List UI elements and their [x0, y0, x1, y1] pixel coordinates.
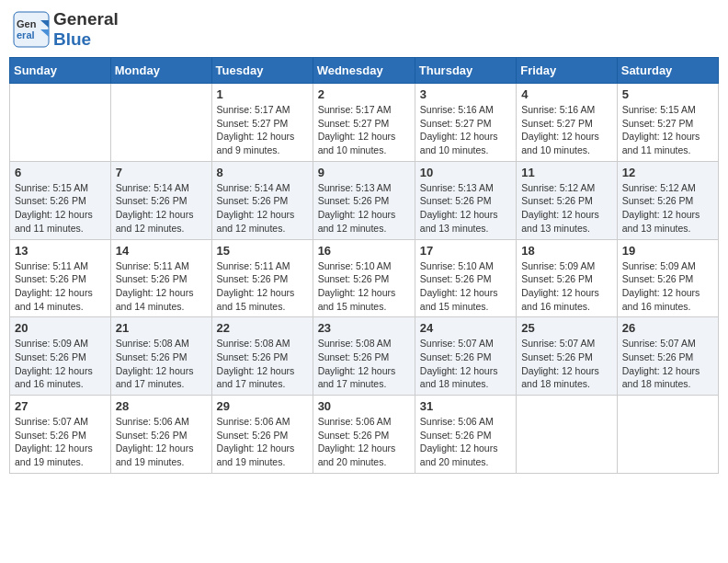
logo-blue: Blue	[53, 29, 91, 49]
day-number: 19	[622, 244, 713, 258]
daylight: Daylight: 12 hours and 13 minutes.	[420, 209, 498, 234]
sunrise: Sunrise: 5:06 AM	[217, 416, 290, 427]
day-number: 8	[217, 166, 308, 179]
sunrise: Sunrise: 5:08 AM	[217, 338, 290, 349]
day-info: Sunrise: 5:09 AM Sunset: 5:26 PM Dayligh…	[521, 259, 612, 314]
day-number: 3	[420, 87, 511, 101]
calendar-weekday-friday: Friday	[517, 58, 618, 84]
daylight: Daylight: 12 hours and 10 minutes.	[318, 131, 396, 155]
calendar-cell: 5 Sunrise: 5:15 AM Sunset: 5:27 PM Dayli…	[617, 84, 718, 162]
day-number: 21	[116, 321, 207, 335]
daylight: Daylight: 12 hours and 11 minutes.	[15, 209, 93, 234]
daylight: Daylight: 12 hours and 19 minutes.	[217, 442, 295, 467]
daylight: Daylight: 12 hours and 14 minutes.	[15, 287, 93, 312]
day-info: Sunrise: 5:15 AM Sunset: 5:26 PM Dayligh…	[15, 181, 106, 236]
calendar-cell: 24 Sunrise: 5:07 AM Sunset: 5:26 PM Dayl…	[415, 317, 516, 396]
logo-graphic: Gen eral	[13, 11, 50, 48]
day-number: 13	[15, 244, 106, 258]
calendar-cell: 1 Sunrise: 5:17 AM Sunset: 5:27 PM Dayli…	[211, 84, 313, 162]
day-number: 4	[521, 87, 612, 101]
daylight: Daylight: 12 hours and 9 minutes.	[217, 131, 295, 155]
sunrise: Sunrise: 5:07 AM	[15, 416, 88, 427]
sunset: Sunset: 5:26 PM	[622, 351, 694, 362]
daylight: Daylight: 12 hours and 19 minutes.	[15, 442, 93, 467]
day-number: 12	[622, 166, 713, 179]
calendar-week-row: 27 Sunrise: 5:07 AM Sunset: 5:26 PM Dayl…	[10, 396, 719, 474]
sunrise: Sunrise: 5:07 AM	[622, 338, 696, 349]
daylight: Daylight: 12 hours and 17 minutes.	[217, 365, 295, 390]
sunset: Sunset: 5:26 PM	[217, 273, 289, 284]
calendar-cell: 12 Sunrise: 5:12 AM Sunset: 5:26 PM Dayl…	[617, 161, 718, 239]
sunset: Sunset: 5:26 PM	[318, 195, 390, 206]
daylight: Daylight: 12 hours and 15 minutes.	[217, 287, 295, 312]
calendar-cell: 4 Sunrise: 5:16 AM Sunset: 5:27 PM Dayli…	[517, 84, 618, 162]
sunset: Sunset: 5:26 PM	[15, 430, 86, 441]
sunset: Sunset: 5:26 PM	[217, 351, 289, 362]
sunrise: Sunrise: 5:15 AM	[15, 182, 88, 193]
calendar-header-row: SundayMondayTuesdayWednesdayThursdayFrid…	[10, 58, 719, 84]
sunset: Sunset: 5:27 PM	[217, 118, 289, 129]
sunrise: Sunrise: 5:08 AM	[318, 338, 392, 349]
daylight: Daylight: 12 hours and 12 minutes.	[217, 209, 295, 234]
day-info: Sunrise: 5:06 AM Sunset: 5:26 PM Dayligh…	[420, 415, 511, 469]
sunset: Sunset: 5:26 PM	[521, 195, 593, 206]
calendar-cell: 30 Sunrise: 5:06 AM Sunset: 5:26 PM Dayl…	[313, 396, 415, 474]
sunset: Sunset: 5:26 PM	[420, 273, 492, 284]
day-number: 18	[521, 244, 612, 258]
calendar-cell: 7 Sunrise: 5:14 AM Sunset: 5:26 PM Dayli…	[110, 161, 211, 239]
day-number: 11	[521, 166, 612, 179]
daylight: Daylight: 12 hours and 12 minutes.	[116, 209, 194, 234]
sunset: Sunset: 5:26 PM	[420, 351, 492, 362]
page-header: Gen eral General Blue	[9, 9, 719, 50]
calendar-cell: 31 Sunrise: 5:06 AM Sunset: 5:26 PM Dayl…	[415, 396, 516, 474]
sunset: Sunset: 5:26 PM	[15, 273, 86, 284]
day-number: 26	[622, 321, 713, 335]
day-number: 6	[15, 166, 106, 179]
calendar-cell	[110, 84, 211, 162]
calendar-week-row: 6 Sunrise: 5:15 AM Sunset: 5:26 PM Dayli…	[10, 161, 719, 239]
sunrise: Sunrise: 5:07 AM	[521, 338, 595, 349]
day-number: 2	[318, 87, 410, 101]
calendar-cell: 18 Sunrise: 5:09 AM Sunset: 5:26 PM Dayl…	[517, 239, 618, 317]
sunrise: Sunrise: 5:09 AM	[521, 260, 595, 271]
sunset: Sunset: 5:26 PM	[116, 430, 188, 441]
day-number: 17	[420, 244, 511, 258]
sunset: Sunset: 5:26 PM	[318, 273, 390, 284]
sunrise: Sunrise: 5:07 AM	[420, 338, 494, 349]
svg-text:Gen: Gen	[17, 18, 37, 29]
sunset: Sunset: 5:26 PM	[420, 430, 492, 441]
calendar-cell: 2 Sunrise: 5:17 AM Sunset: 5:27 PM Dayli…	[313, 84, 415, 162]
day-info: Sunrise: 5:08 AM Sunset: 5:26 PM Dayligh…	[217, 337, 308, 391]
day-info: Sunrise: 5:10 AM Sunset: 5:26 PM Dayligh…	[318, 259, 410, 314]
day-info: Sunrise: 5:12 AM Sunset: 5:26 PM Dayligh…	[622, 181, 713, 236]
day-info: Sunrise: 5:07 AM Sunset: 5:26 PM Dayligh…	[420, 337, 511, 391]
sunrise: Sunrise: 5:13 AM	[318, 182, 392, 193]
day-info: Sunrise: 5:07 AM Sunset: 5:26 PM Dayligh…	[15, 415, 106, 469]
sunrise: Sunrise: 5:11 AM	[116, 260, 189, 271]
daylight: Daylight: 12 hours and 15 minutes.	[318, 287, 396, 312]
calendar-cell: 3 Sunrise: 5:16 AM Sunset: 5:27 PM Dayli…	[415, 84, 516, 162]
day-info: Sunrise: 5:14 AM Sunset: 5:26 PM Dayligh…	[217, 181, 308, 236]
sunset: Sunset: 5:26 PM	[318, 351, 390, 362]
sunset: Sunset: 5:26 PM	[116, 195, 188, 206]
day-info: Sunrise: 5:07 AM Sunset: 5:26 PM Dayligh…	[622, 337, 713, 391]
day-number: 10	[420, 166, 511, 179]
sunset: Sunset: 5:26 PM	[420, 195, 492, 206]
calendar-cell: 26 Sunrise: 5:07 AM Sunset: 5:26 PM Dayl…	[617, 317, 718, 396]
calendar-cell: 20 Sunrise: 5:09 AM Sunset: 5:26 PM Dayl…	[10, 317, 111, 396]
sunset: Sunset: 5:26 PM	[116, 273, 188, 284]
daylight: Daylight: 12 hours and 18 minutes.	[521, 365, 599, 390]
calendar-cell: 28 Sunrise: 5:06 AM Sunset: 5:26 PM Dayl…	[110, 396, 211, 474]
sunrise: Sunrise: 5:10 AM	[420, 260, 494, 271]
calendar-cell: 23 Sunrise: 5:08 AM Sunset: 5:26 PM Dayl…	[313, 317, 415, 396]
day-number: 14	[116, 244, 207, 258]
day-info: Sunrise: 5:10 AM Sunset: 5:26 PM Dayligh…	[420, 259, 511, 314]
sunrise: Sunrise: 5:08 AM	[116, 338, 189, 349]
sunset: Sunset: 5:26 PM	[622, 195, 694, 206]
calendar-week-row: 13 Sunrise: 5:11 AM Sunset: 5:26 PM Dayl…	[10, 239, 719, 317]
sunrise: Sunrise: 5:11 AM	[217, 260, 290, 271]
day-number: 15	[217, 244, 308, 258]
daylight: Daylight: 12 hours and 11 minutes.	[622, 131, 700, 155]
calendar-cell: 15 Sunrise: 5:11 AM Sunset: 5:26 PM Dayl…	[211, 239, 313, 317]
day-number: 28	[116, 399, 207, 413]
